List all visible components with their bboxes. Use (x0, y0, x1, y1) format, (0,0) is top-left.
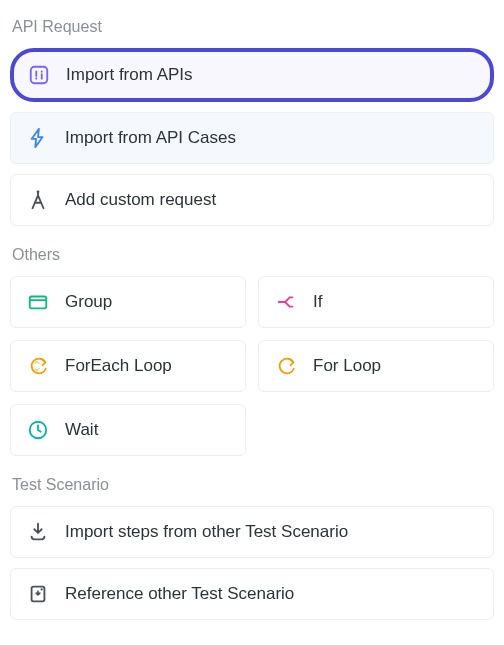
api-icon (28, 64, 50, 86)
foreach-loop-label: ForEach Loop (65, 356, 172, 376)
if-button[interactable]: If (258, 276, 494, 328)
folder-icon (27, 291, 49, 313)
section-header-test-scenario: Test Scenario (12, 476, 494, 494)
branch-icon (275, 291, 297, 313)
add-custom-request-button[interactable]: Add custom request (10, 174, 494, 226)
reference-scenario-button[interactable]: Reference other Test Scenario (10, 568, 494, 620)
for-loop-label: For Loop (313, 356, 381, 376)
svg-point-5 (41, 588, 43, 590)
wait-button[interactable]: Wait (10, 404, 246, 456)
wait-label: Wait (65, 420, 98, 440)
lightning-icon (27, 127, 49, 149)
import-from-apis-button[interactable]: Import from APIs (10, 48, 494, 102)
svg-rect-2 (30, 297, 47, 309)
section-header-api-request: API Request (12, 18, 494, 36)
import-from-api-cases-button[interactable]: Import from API Cases (10, 112, 494, 164)
add-custom-request-label: Add custom request (65, 190, 216, 210)
foreach-loop-button[interactable]: ForEach Loop (10, 340, 246, 392)
test-scenario-list: Import steps from other Test Scenario Re… (10, 506, 494, 620)
import-steps-button[interactable]: Import steps from other Test Scenario (10, 506, 494, 558)
import-icon (27, 521, 49, 543)
reference-scenario-label: Reference other Test Scenario (65, 584, 294, 604)
api-request-list: Import from APIs Import from API Cases A… (10, 48, 494, 226)
section-header-others: Others (12, 246, 494, 264)
others-grid: Group If ForEach Loop For Loop (10, 276, 494, 456)
loop-icon (275, 355, 297, 377)
group-label: Group (65, 292, 112, 312)
for-loop-button[interactable]: For Loop (258, 340, 494, 392)
compass-icon (27, 189, 49, 211)
reference-icon (27, 583, 49, 605)
clock-icon (27, 419, 49, 441)
group-button[interactable]: Group (10, 276, 246, 328)
svg-point-1 (37, 190, 40, 193)
if-label: If (313, 292, 322, 312)
import-from-api-cases-label: Import from API Cases (65, 128, 236, 148)
import-from-apis-label: Import from APIs (66, 65, 193, 85)
foreach-icon (27, 355, 49, 377)
import-steps-label: Import steps from other Test Scenario (65, 522, 348, 542)
svg-rect-0 (31, 67, 48, 84)
